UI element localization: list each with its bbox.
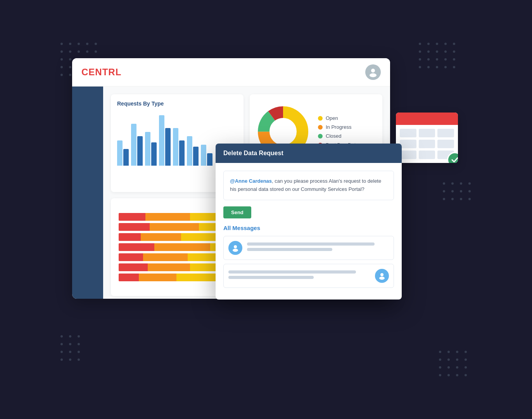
- legend-closed: Closed: [318, 133, 359, 139]
- svg-point-9: [380, 273, 383, 276]
- msg-line-bottom: [247, 248, 332, 251]
- stack-segment: [150, 223, 199, 231]
- stack-segment: [145, 213, 190, 221]
- msg-line-top-2: [228, 270, 356, 274]
- open-dot: [318, 116, 323, 121]
- bar-group: [117, 140, 129, 166]
- mention-name: @Anne Cardenas: [230, 178, 272, 184]
- message-avatar-2: [375, 269, 389, 283]
- bar-light: [201, 145, 206, 166]
- modal-header: Delete Data Request: [216, 144, 402, 163]
- dots-bottom-right: [439, 351, 468, 376]
- cal-cell: [437, 140, 454, 148]
- all-messages-title: All Messages: [223, 225, 394, 231]
- legend-inprogress: In Progress: [318, 124, 359, 130]
- cal-cell: [419, 140, 435, 148]
- dashboard-header: CENTRL: [72, 58, 390, 87]
- stack-segment: [141, 233, 181, 241]
- calendar-header: [396, 113, 458, 125]
- bar-group: [159, 115, 171, 166]
- stack-segment: [154, 243, 210, 251]
- msg-line-top: [247, 242, 375, 246]
- stack-segment: [119, 263, 148, 271]
- modal-body: @Anne Cardenas, can you please process A…: [216, 163, 402, 300]
- legend-closed-label: Closed: [326, 133, 341, 139]
- bar-dark: [179, 140, 185, 166]
- bar-dark: [207, 153, 212, 166]
- legend-open: Open: [318, 115, 359, 121]
- bar-dark: [165, 128, 171, 166]
- bar-group: [187, 136, 199, 166]
- bar-light: [187, 136, 192, 166]
- svg-point-7: [234, 245, 237, 248]
- msg-line-bottom-2: [228, 276, 314, 279]
- svg-point-6: [273, 121, 293, 142]
- dots-bottom-left: [60, 335, 81, 361]
- stack-segment: [119, 223, 150, 231]
- svg-point-10: [379, 277, 385, 280]
- stack-segment: [119, 243, 154, 251]
- bar-dark: [123, 149, 129, 166]
- stack-segment: [119, 274, 139, 281]
- stack-segment: [119, 233, 141, 241]
- bar-light: [131, 124, 136, 166]
- cal-cell: [400, 129, 416, 137]
- sidebar: [72, 87, 103, 299]
- user-avatar[interactable]: [365, 64, 381, 80]
- bar-group: [173, 128, 185, 166]
- modal-card: Delete Data Request @Anne Cardenas, can …: [216, 144, 402, 300]
- bar-light: [145, 132, 150, 166]
- svg-point-8: [233, 249, 238, 252]
- bar-group: [201, 145, 212, 166]
- message-item-2: [223, 264, 394, 288]
- legend-inprogress-label: In Progress: [326, 124, 351, 130]
- stack-segment: [119, 253, 143, 261]
- modal-title: Delete Data Request: [223, 150, 283, 156]
- cal-cell: [419, 129, 435, 137]
- svg-point-1: [370, 73, 377, 77]
- bar-light: [117, 140, 123, 166]
- stack-segment: [139, 274, 177, 281]
- bar-dark: [193, 147, 199, 166]
- calendar-widget: [396, 113, 458, 163]
- cal-cell: [400, 151, 416, 159]
- dots-top-right: [419, 43, 456, 68]
- legend-open-label: Open: [326, 115, 338, 121]
- stack-segment: [119, 213, 145, 221]
- cal-cell: [400, 140, 416, 148]
- bar-light: [159, 115, 164, 166]
- message-lines-1: [247, 242, 389, 253]
- dots-mid-right: [443, 182, 472, 200]
- app-logo: CENTRL: [81, 67, 121, 78]
- closed-dot: [318, 134, 323, 139]
- stack-segment: [148, 263, 190, 271]
- stack-segment: [143, 253, 188, 261]
- bar-dark: [151, 142, 157, 166]
- message-lines-2: [228, 270, 370, 281]
- svg-point-0: [371, 69, 375, 73]
- bar-chart-title: Requests By Type: [117, 100, 237, 107]
- cal-cell: [437, 129, 454, 137]
- inprogress-dot: [318, 125, 323, 130]
- cal-cell: [419, 151, 435, 159]
- bar-group: [145, 132, 157, 166]
- message-avatar-1: [228, 241, 242, 255]
- message-item-1: [223, 236, 394, 260]
- bar-dark: [137, 136, 143, 166]
- send-button[interactable]: Send: [223, 206, 251, 218]
- donut-legend: Open In Progress Closed: [318, 115, 359, 148]
- bar-light: [173, 128, 178, 166]
- bar-group: [131, 124, 143, 166]
- message-compose-box: @Anne Cardenas, can you please process A…: [223, 171, 394, 200]
- scene: CENTRL Requests By Type: [53, 35, 479, 384]
